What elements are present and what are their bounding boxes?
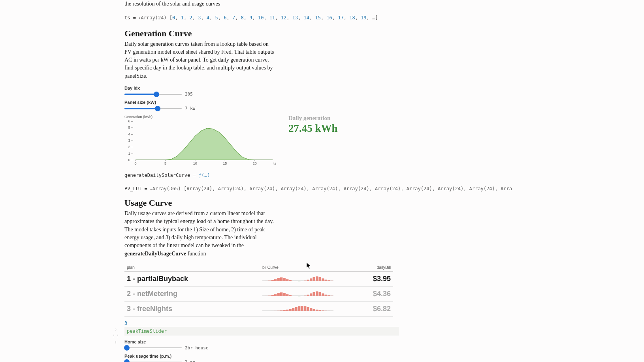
home-size-slider[interactable] <box>124 347 182 349</box>
svg-rect-66 <box>324 295 327 296</box>
svg-text:3 –: 3 – <box>128 139 133 143</box>
svg-rect-37 <box>313 277 315 281</box>
bill-sparkline <box>260 286 347 301</box>
svg-text:ts →: ts → <box>273 161 277 165</box>
svg-rect-50 <box>277 293 279 296</box>
usage-title: Usage Curve <box>124 198 523 208</box>
svg-rect-52 <box>283 293 285 296</box>
svg-rect-32 <box>298 281 300 281</box>
svg-rect-65 <box>322 294 324 296</box>
svg-rect-29 <box>289 280 291 281</box>
panel-size-slider[interactable] <box>124 108 182 109</box>
plan-name: 1 - partialBuyback <box>124 271 260 286</box>
svg-rect-82 <box>298 306 300 311</box>
plan-name: 2 - netMetering <box>124 286 260 301</box>
svg-rect-83 <box>301 306 303 311</box>
table-row[interactable]: 2 - netMetering $4.36 <box>124 286 393 301</box>
gutter-drag-icon[interactable]: ⋮⋮ <box>112 333 120 338</box>
svg-rect-53 <box>286 294 288 296</box>
daily-generation-value: 27.45 kWh <box>288 122 338 135</box>
svg-text:6 –: 6 – <box>128 120 133 123</box>
table-row[interactable]: 1 - partialBuyback $3.95 <box>124 271 393 286</box>
svg-rect-28 <box>286 279 288 281</box>
svg-text:1 –: 1 – <box>128 152 133 156</box>
generation-title: Generation Curve <box>124 28 523 39</box>
svg-rect-61 <box>310 294 312 296</box>
daily-bill: $4.36 <box>347 286 393 301</box>
svg-rect-90 <box>322 311 324 311</box>
code-ts: ts = ▸Array(24) [0, 1, 2, 3, 4, 5, 6, 7,… <box>124 15 523 21</box>
svg-rect-51 <box>280 293 282 296</box>
code-cell-peaktime[interactable]: peakTimeSlider <box>124 327 399 336</box>
svg-rect-27 <box>283 278 285 281</box>
svg-rect-89 <box>318 310 321 311</box>
th-plan: plan <box>124 263 260 272</box>
bill-sparkline <box>260 271 347 286</box>
code-generate-fn: generateDailySolarCurve = ƒ(…) <box>124 173 523 178</box>
svg-rect-41 <box>324 280 327 281</box>
svg-rect-56 <box>295 296 297 296</box>
day-idx-slider[interactable] <box>124 94 182 95</box>
home-size-value: 2br house <box>185 345 209 351</box>
svg-text:5 –: 5 – <box>128 126 133 129</box>
daily-bill: $6.82 <box>347 301 393 316</box>
peak-time-label: Peak usage time (p.m.) <box>124 354 523 358</box>
intro-text-partial: the resolution of the solar and usage cu… <box>124 0 275 8</box>
svg-rect-81 <box>295 307 297 311</box>
svg-text:4 –: 4 – <box>128 132 133 136</box>
peak-time-value: 3 pm <box>185 360 196 362</box>
svg-rect-38 <box>316 277 318 281</box>
day-idx-value: 205 <box>185 92 193 97</box>
svg-rect-67 <box>328 296 330 296</box>
svg-rect-78 <box>286 310 288 311</box>
svg-rect-64 <box>318 292 321 296</box>
plan-name: 3 - freeNights <box>124 301 260 316</box>
panel-size-label: Panel size (kW) <box>124 100 523 105</box>
svg-rect-77 <box>283 310 285 311</box>
svg-rect-57 <box>298 296 300 296</box>
gutter-add-icon[interactable]: + <box>114 339 117 345</box>
gutter-caret-icon[interactable]: › <box>115 327 117 332</box>
svg-rect-58 <box>301 296 303 296</box>
svg-rect-26 <box>280 278 282 281</box>
svg-text:0: 0 <box>134 161 136 165</box>
svg-rect-23 <box>271 280 273 281</box>
day-idx-label: Day Idx <box>124 86 523 90</box>
table-row[interactable]: 3 - freeNights $6.82 <box>124 301 393 316</box>
svg-rect-42 <box>328 281 330 281</box>
svg-rect-48 <box>271 295 273 296</box>
svg-rect-85 <box>307 307 309 311</box>
output-number: 3 <box>124 321 523 326</box>
svg-rect-40 <box>322 279 324 281</box>
svg-rect-60 <box>307 295 309 296</box>
svg-text:5: 5 <box>164 161 166 165</box>
plan-table: plan billCurve dailyBill 1 - partialBuyb… <box>124 263 393 317</box>
svg-text:2 –: 2 – <box>128 145 133 149</box>
generation-chart: Generation (kWh) 0 –1 –2 –3 –4 –5 –6 –05… <box>124 115 277 167</box>
svg-text:10: 10 <box>193 161 197 165</box>
svg-text:15: 15 <box>223 161 227 165</box>
svg-rect-36 <box>310 279 312 281</box>
daily-generation-label: Daily generation <box>288 115 338 122</box>
generation-desc: Daily solar generation curves taken from… <box>124 40 275 80</box>
svg-rect-24 <box>274 279 277 281</box>
svg-rect-84 <box>304 306 306 311</box>
home-size-label: Home size <box>124 339 523 344</box>
code-pv-lut: PV_LUT = ▸Array(365) [Array(24), Array(2… <box>124 186 523 191</box>
svg-rect-76 <box>280 311 282 311</box>
panel-size-value: 7 kW <box>185 106 196 111</box>
th-dailybill: dailyBill <box>347 263 393 272</box>
svg-rect-79 <box>289 309 291 311</box>
svg-text:0 –: 0 – <box>128 158 133 162</box>
svg-rect-63 <box>316 292 318 296</box>
svg-rect-39 <box>318 277 321 281</box>
svg-rect-54 <box>289 295 291 296</box>
svg-rect-33 <box>301 281 303 281</box>
svg-rect-31 <box>295 281 297 281</box>
svg-text:20: 20 <box>253 161 257 165</box>
svg-rect-25 <box>277 278 279 281</box>
svg-rect-35 <box>307 280 309 281</box>
svg-rect-80 <box>292 308 294 311</box>
svg-rect-87 <box>313 309 315 311</box>
th-billcurve: billCurve <box>260 263 347 272</box>
